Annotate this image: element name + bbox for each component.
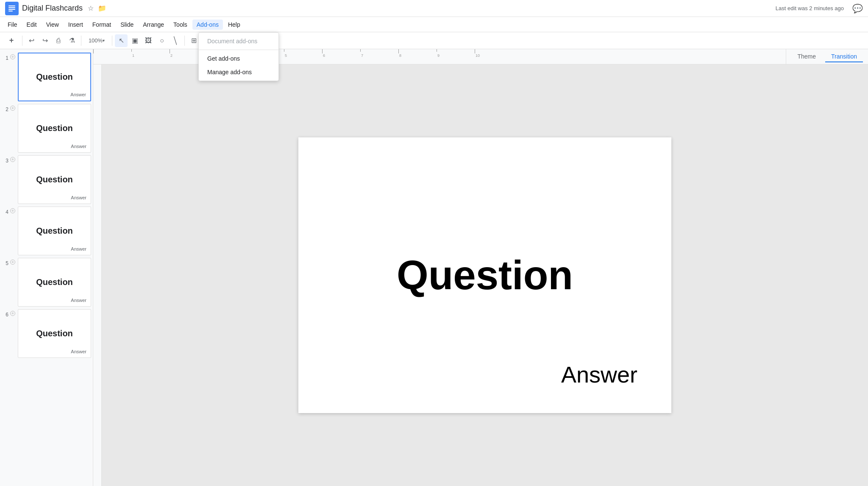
addons-dropdown: Document add-ons Get add-ons Manage add-… <box>198 32 279 81</box>
dropdown-separator <box>199 50 278 50</box>
dropdown-item-manage-addons[interactable]: Manage add-ons <box>199 65 278 79</box>
dropdown-item-document-addons[interactable]: Document add-ons <box>199 34 278 48</box>
dropdown-item-get-addons[interactable]: Get add-ons <box>199 52 278 65</box>
dropdown-overlay[interactable] <box>0 0 868 486</box>
